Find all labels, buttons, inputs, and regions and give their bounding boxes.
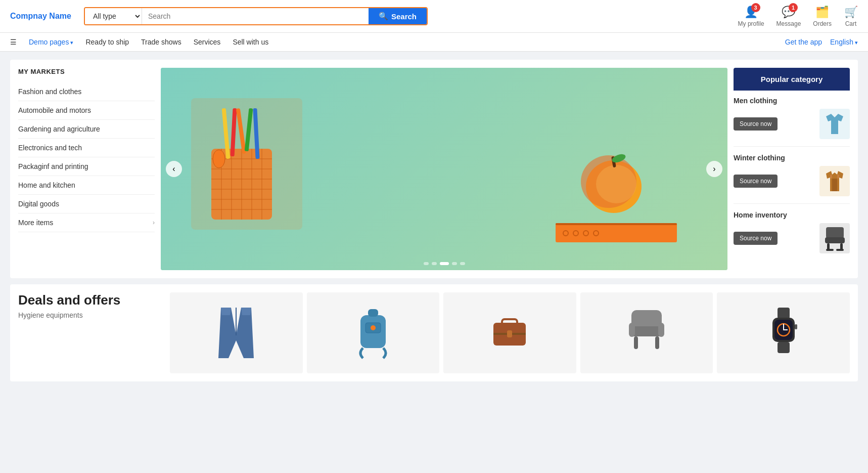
nav-ready-to-ship[interactable]: Ready to ship xyxy=(85,38,129,46)
source-now-men-clothing-button[interactable]: Source now xyxy=(734,117,778,131)
banner-dot-5[interactable] xyxy=(460,262,465,265)
header-icons: 👤 3 My profile 💬 1 Message 🗂️ Orders 🛒 C… xyxy=(738,5,858,27)
search-bar: All typeProductsSuppliersCategories 🔍 Se… xyxy=(84,7,428,25)
markets-sidebar: MY MARKETS Fashion and clothes Automobil… xyxy=(18,68,155,270)
banner-prev-button[interactable]: ‹ xyxy=(166,161,182,177)
banner-dot-2[interactable] xyxy=(432,262,437,265)
company-name[interactable]: Compnay Name xyxy=(10,12,76,21)
cart-icon-item[interactable]: 🛒 Cart xyxy=(844,5,858,27)
banner-image xyxy=(161,68,727,270)
deal-product-jeans[interactable] xyxy=(170,292,303,373)
market-item-automobile[interactable]: Automobile and motors xyxy=(18,101,155,120)
svg-rect-51 xyxy=(634,336,638,349)
svg-rect-37 xyxy=(836,249,844,251)
deal-product-briefcase[interactable] xyxy=(443,292,576,373)
home-inventory-title: Home inventory xyxy=(734,211,850,219)
nav-services[interactable]: Services xyxy=(194,38,221,46)
source-now-winter-clothing-button[interactable]: Source now xyxy=(734,175,778,188)
markets-title: MY MARKETS xyxy=(18,68,155,75)
message-badge: 1 xyxy=(789,3,798,12)
message-label: Message xyxy=(776,20,801,27)
deals-info: Deals and offers Hygiene equipments xyxy=(18,292,170,373)
search-icon: 🔍 xyxy=(379,12,388,21)
svg-rect-32 xyxy=(826,227,844,238)
svg-rect-14 xyxy=(236,108,246,154)
svg-rect-50 xyxy=(658,323,664,337)
hamburger-menu[interactable]: ☰ xyxy=(10,38,17,46)
svg-rect-15 xyxy=(245,108,253,151)
source-now-home-inventory-button[interactable]: Source now xyxy=(734,232,778,245)
nav-demo-pages[interactable]: Demo pages xyxy=(29,38,73,46)
header: Compnay Name All typeProductsSuppliersCa… xyxy=(0,0,868,33)
market-item-packaging[interactable]: Packaginf and printing xyxy=(18,157,155,176)
profile-badge: 3 xyxy=(751,3,760,12)
popular-item-home-inventory: Home inventory Source now xyxy=(734,211,850,261)
svg-rect-46 xyxy=(507,330,512,337)
deal-product-smartwatch[interactable] xyxy=(717,292,850,373)
popular-category-title: Popular category xyxy=(734,68,850,91)
svg-rect-31 xyxy=(837,175,839,179)
popular-item-winter-clothing: Winter clothing Source now xyxy=(734,154,850,204)
message-icon-item[interactable]: 💬 1 Message xyxy=(776,5,801,27)
banner: ‹ › xyxy=(161,68,727,270)
deals-products xyxy=(170,292,850,373)
nav-sell-with-us[interactable]: Sell with us xyxy=(233,38,268,46)
market-item-gardening[interactable]: Gardening and agriculture xyxy=(18,120,155,139)
cart-icon: 🛒 xyxy=(844,5,858,19)
more-items-arrow-icon: › xyxy=(153,219,155,226)
svg-rect-52 xyxy=(655,336,659,349)
svg-rect-44 xyxy=(502,319,517,325)
search-input[interactable] xyxy=(142,8,369,24)
search-button[interactable]: 🔍 Search xyxy=(369,8,427,24)
men-clothing-title: Men clothing xyxy=(734,97,850,105)
deals-subtitle: Hygiene equipments xyxy=(18,311,162,319)
banner-dots xyxy=(424,262,465,265)
svg-rect-30 xyxy=(830,175,832,179)
top-section: MY MARKETS Fashion and clothes Automobil… xyxy=(10,60,858,278)
winter-clothing-title: Winter clothing xyxy=(734,154,850,162)
orders-label: Orders xyxy=(813,20,832,27)
svg-rect-57 xyxy=(778,342,790,353)
svg-rect-47 xyxy=(631,310,662,328)
market-item-more[interactable]: More items › xyxy=(18,213,155,232)
svg-rect-36 xyxy=(826,249,834,251)
deals-title: Deals and offers xyxy=(18,292,162,308)
orders-icon-item[interactable]: 🗂️ Orders xyxy=(813,5,832,27)
market-item-electronics[interactable]: Electronics and tech xyxy=(18,139,155,157)
my-profile-icon-item[interactable]: 👤 3 My profile xyxy=(738,5,764,27)
svg-rect-53 xyxy=(778,308,790,319)
profile-label: My profile xyxy=(738,20,764,27)
home-inventory-thumb xyxy=(819,223,850,253)
nav-right: Get the app English xyxy=(785,38,858,46)
svg-rect-42 xyxy=(368,309,378,317)
popular-category: Popular category Men clothing Source now… xyxy=(734,68,850,270)
orders-icon: 🗂️ xyxy=(815,5,830,19)
banner-next-button[interactable]: › xyxy=(706,161,722,177)
market-item-fashion[interactable]: Fashion and clothes xyxy=(18,82,155,101)
men-clothing-thumb xyxy=(819,109,850,139)
banner-dot-3[interactable] xyxy=(440,262,449,265)
nav-trade-shows[interactable]: Trade shows xyxy=(141,38,181,46)
nav-english[interactable]: English xyxy=(830,38,858,46)
nav-get-app[interactable]: Get the app xyxy=(785,38,822,46)
banner-dot-1[interactable] xyxy=(424,262,429,265)
svg-rect-29 xyxy=(832,179,837,191)
svg-point-17 xyxy=(213,150,225,168)
search-button-label: Search xyxy=(391,12,417,21)
svg-rect-58 xyxy=(795,324,797,329)
deals-section: Deals and offers Hygiene equipments xyxy=(10,284,858,381)
svg-rect-24 xyxy=(556,223,677,225)
svg-point-20 xyxy=(596,165,636,203)
market-item-digital[interactable]: Digital goods xyxy=(18,195,155,213)
deal-product-backpack[interactable] xyxy=(307,292,440,373)
svg-rect-33 xyxy=(825,237,845,243)
search-type-select[interactable]: All typeProductsSuppliersCategories xyxy=(85,8,142,24)
cart-label: Cart xyxy=(845,20,857,27)
navbar: ☰ Demo pages Ready to ship Trade shows S… xyxy=(0,33,868,52)
deal-product-armchair[interactable] xyxy=(580,292,713,373)
market-item-home-kitchen[interactable]: Home and kitchen xyxy=(18,176,155,195)
banner-dot-4[interactable] xyxy=(452,262,457,265)
svg-rect-49 xyxy=(629,323,635,337)
main-content: MY MARKETS Fashion and clothes Automobil… xyxy=(0,52,868,390)
svg-point-41 xyxy=(371,325,376,330)
